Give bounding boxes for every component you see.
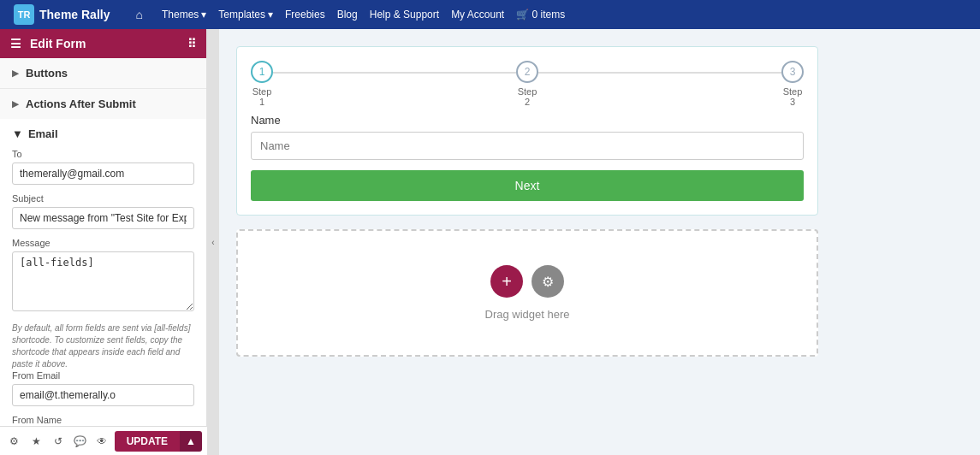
from-name-label: From Name [12, 415, 194, 425]
buttons-accordion-header[interactable]: ▶ Buttons [0, 58, 206, 88]
message-field: Message [all-fields] [12, 238, 194, 314]
step-3-circle: 3 [781, 61, 804, 83]
top-nav: TR Theme Rally ⌂ Themes ▾ Templates ▾ Fr… [0, 0, 980, 29]
from-email-input[interactable] [12, 384, 194, 406]
home-icon[interactable]: ⌂ [135, 8, 142, 21]
subject-label: Subject [12, 193, 194, 204]
step-2-circle: 2 [516, 61, 538, 83]
steps-container: 1 Step 1 2 Step 2 [251, 61, 804, 107]
update-arrow-button[interactable]: ▲ [180, 431, 202, 452]
cart-icon[interactable]: 🛒 0 items [516, 9, 565, 21]
buttons-accordion: ▶ Buttons [0, 58, 206, 89]
help-nav[interactable]: Help & Support [370, 9, 439, 21]
eye-toolbar-icon[interactable]: 👁 [92, 432, 111, 451]
templates-nav[interactable]: Templates ▾ [218, 9, 273, 21]
email-section: ▼ Email To Subject Message [all-fields] … [0, 119, 206, 455]
hint-text: By default, all form fields are sent via… [12, 322, 194, 370]
main-layout: ☰ Edit Form ⠿ ▶ Buttons ▶ Actions After … [0, 29, 980, 455]
from-email-field: From Email [12, 370, 194, 406]
step-3-label: Step 3 [783, 86, 803, 107]
chevron-down-icon: ▾ [268, 9, 273, 21]
sidebar-title: Edit Form [30, 37, 86, 50]
chevron-right-icon: ▶ [12, 99, 19, 109]
name-input[interactable] [251, 132, 804, 160]
subject-input[interactable] [12, 207, 194, 229]
widget-settings-button[interactable]: ⚙ [532, 265, 564, 298]
form-builder: 1 Step 1 2 Step 2 [236, 46, 818, 216]
rotate-toolbar-icon[interactable]: ↺ [49, 432, 68, 451]
settings-icon: ⚙ [542, 274, 554, 290]
nav-items: TR Theme Rally ⌂ Themes ▾ Templates ▾ Fr… [14, 4, 966, 25]
to-label: To [12, 149, 194, 159]
actions-accordion-header[interactable]: ▶ Actions After Submit [0, 89, 206, 119]
chevron-right-icon: ▶ [12, 68, 19, 78]
drop-zone: + ⚙ Drag widget here [236, 229, 818, 357]
logo-icon: TR [14, 4, 34, 25]
subject-field: Subject [12, 193, 194, 229]
chevron-down-icon: ▾ [201, 9, 206, 21]
logo-text: Theme Rally [39, 8, 110, 21]
message-label: Message [12, 238, 194, 248]
right-content: 1 Step 1 2 Step 2 [219, 29, 980, 455]
email-section-title: ▼ Email [12, 127, 194, 140]
blog-nav[interactable]: Blog [337, 9, 358, 21]
step-line-1 [273, 72, 516, 74]
grid-icon[interactable]: ⠿ [187, 37, 196, 50]
add-widget-button[interactable]: + [490, 265, 523, 298]
sidebar-bottom-toolbar: ⚙ ★ ↺ 💬 👁 UPDATE ▲ [0, 426, 207, 455]
star-toolbar-icon[interactable]: ★ [27, 432, 46, 451]
sidebar-header: ☰ Edit Form ⠿ [0, 29, 206, 58]
step-1-col: 1 Step 1 [251, 61, 273, 107]
freebies-nav[interactable]: Freebies [285, 9, 325, 21]
drop-zone-buttons: + ⚙ [490, 265, 564, 298]
step-3-col: 3 Step 3 [781, 61, 804, 107]
to-field: To [12, 149, 194, 185]
themes-nav[interactable]: Themes ▾ [162, 9, 206, 21]
from-email-label: From Email [12, 370, 194, 381]
account-nav[interactable]: My Account [451, 9, 504, 21]
settings-toolbar-icon[interactable]: ⚙ [5, 432, 24, 451]
logo-area: TR Theme Rally [14, 4, 110, 25]
collapse-icon: ‹ [211, 238, 214, 247]
buttons-label: Buttons [26, 67, 68, 80]
drop-text: Drag widget here [485, 308, 570, 321]
actions-accordion: ▶ Actions After Submit ▼ Email To Subjec… [0, 89, 206, 455]
chevron-down-icon: ▼ [12, 127, 23, 140]
hamburger-icon[interactable]: ☰ [10, 37, 21, 50]
actions-label: Actions After Submit [26, 98, 136, 110]
update-button[interactable]: UPDATE [115, 431, 180, 452]
name-field-label: Name [251, 114, 804, 127]
step-1-label: Step 1 [252, 86, 272, 107]
step-line-2 [538, 72, 781, 74]
chat-toolbar-icon[interactable]: 💬 [71, 432, 90, 451]
next-button[interactable]: Next [251, 170, 804, 201]
to-input[interactable] [12, 162, 194, 185]
left-sidebar: ☰ Edit Form ⠿ ▶ Buttons ▶ Actions After … [0, 29, 207, 455]
step-2-col: 2 Step 2 [516, 61, 538, 107]
update-btn-group: UPDATE ▲ [115, 431, 202, 452]
message-textarea[interactable]: [all-fields] [12, 251, 194, 311]
step-1-circle: 1 [251, 61, 273, 83]
step-2-label: Step 2 [518, 86, 538, 107]
collapse-handle[interactable]: ‹ [207, 29, 219, 455]
